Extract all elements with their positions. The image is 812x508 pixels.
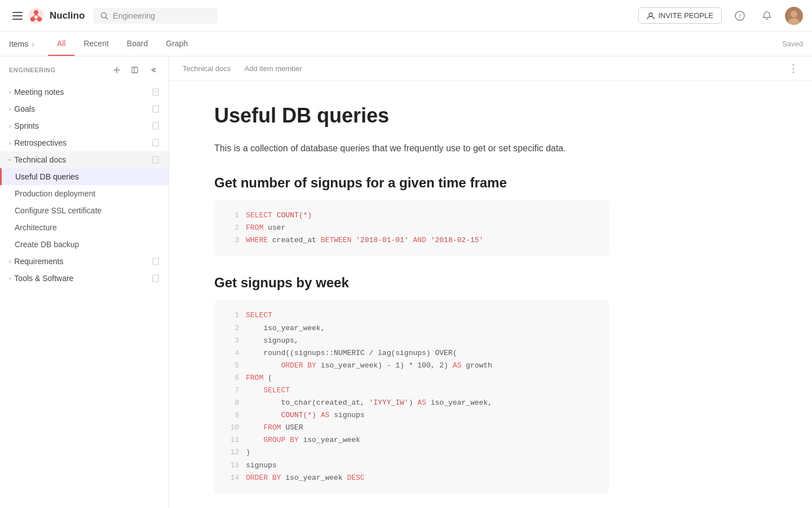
section-title-2: Get signups by week (214, 274, 609, 291)
logo[interactable]: Nuclino (27, 7, 85, 25)
svg-point-13 (791, 11, 797, 17)
sidebar: ENGINEERING (0, 56, 169, 508)
code-line: 4 round((signups::NUMERIC / lag(signups)… (226, 347, 598, 360)
child-item-label: Configure SSL certificate (15, 206, 102, 215)
sidebar-item-requirements[interactable]: › Requirements (0, 253, 169, 270)
sidebar-item-label: Retrospectives (14, 138, 152, 147)
content-area: Technical docs Add item member ⋮ Useful … (169, 56, 812, 508)
code-line: 3 WHERE created_at BETWEEN '2018-01-01' … (226, 234, 598, 247)
tab-all[interactable]: All (48, 32, 75, 56)
sidebar-item-sprints[interactable]: › Sprints (0, 117, 169, 134)
svg-line-8 (106, 17, 108, 19)
breadcrumb-items-link[interactable]: Items (9, 40, 28, 49)
code-line: 7 SELECT (226, 384, 598, 397)
menu-icon[interactable] (9, 7, 27, 25)
svg-rect-25 (153, 156, 158, 163)
expand-sidebar-button[interactable] (128, 63, 142, 77)
workspace-label: ENGINEERING (9, 67, 56, 73)
svg-point-9 (649, 13, 652, 16)
code-line: 6 FROM ( (226, 372, 598, 384)
content-header: Technical docs Add item member ⋮ (169, 56, 812, 81)
code-line: 5 ORDER BY iso_year_week) - 1) * 100, 2)… (226, 360, 598, 372)
saved-status: Saved (782, 40, 803, 48)
nav-right: INVITE PEOPLE ? (638, 7, 803, 25)
invite-label: INVITE PEOPLE (658, 11, 713, 20)
sidebar-children-technical-docs: Useful DB queries Production deployment … (0, 168, 169, 253)
svg-text:?: ? (739, 12, 742, 19)
chevron-right-icon: › (9, 123, 11, 129)
svg-rect-23 (153, 122, 158, 129)
doc-icon (152, 139, 160, 147)
child-item-label: Architecture (15, 223, 57, 232)
help-icon[interactable]: ? (731, 7, 749, 25)
sidebar-header: ENGINEERING (0, 56, 169, 84)
sidebar-item-label: Sprints (14, 121, 152, 130)
code-line: 3 signups, (226, 335, 598, 347)
code-line: 1 SELECT (226, 309, 598, 322)
code-line: 14 ORDER BY iso_year_week DESC (226, 472, 598, 484)
svg-rect-27 (153, 275, 158, 282)
person-icon (647, 12, 655, 20)
sidebar-item-label: Technical docs (14, 155, 152, 164)
sidebar-item-retrospectives[interactable]: › Retrospectives (0, 134, 169, 151)
code-line: 9 COUNT(*) AS signups (226, 409, 598, 422)
more-options-button[interactable]: ⋮ (788, 63, 798, 73)
sidebar-child-useful-db-queries[interactable]: Useful DB queries (0, 168, 169, 185)
invite-button[interactable]: INVITE PEOPLE (638, 7, 722, 24)
chevron-right-icon: › (9, 106, 11, 112)
content-breadcrumb[interactable]: Technical docs (183, 64, 231, 73)
svg-rect-26 (153, 258, 158, 265)
sidebar-item-label: Requirements (14, 257, 152, 266)
sidebar-item-meeting-notes[interactable]: › Meeting notes (0, 84, 169, 100)
svg-rect-17 (132, 67, 138, 73)
sidebar-child-create-db-backup[interactable]: Create DB backup (0, 236, 169, 253)
code-line: 12 ) (226, 446, 598, 459)
doc-icon (152, 257, 160, 265)
breadcrumb-separator: › (32, 40, 34, 49)
code-line: 2 iso_year_week, (226, 322, 598, 335)
child-item-label: Create DB backup (15, 240, 79, 249)
svg-rect-24 (153, 139, 158, 146)
chevron-right-icon: › (9, 259, 11, 265)
sidebar-item-tools-software[interactable]: › Tools & Software (0, 270, 169, 287)
top-nav: Nuclino Engineering INVITE PEOPLE ? (0, 0, 812, 32)
main-layout: ENGINEERING (0, 56, 812, 508)
sidebar-item-technical-docs[interactable]: › Technical docs (0, 151, 169, 168)
add-member-button[interactable]: Add item member (244, 64, 302, 73)
tab-recent[interactable]: Recent (74, 32, 117, 56)
doc-icon (152, 105, 160, 113)
section-title-1: Get number of signups for a given time f… (214, 174, 609, 191)
tab-graph[interactable]: Graph (157, 32, 197, 56)
sidebar-child-production-deployment[interactable]: Production deployment (0, 185, 169, 202)
sidebar-item-goals[interactable]: › Goals (0, 100, 169, 117)
sidebar-item-label: Tools & Software (14, 274, 152, 283)
content-body: Useful DB queries This is a collection o… (169, 81, 654, 508)
sub-nav: Items › All Recent Board Graph Saved (0, 32, 812, 56)
avatar[interactable] (785, 7, 803, 25)
search-text: Engineering (113, 11, 155, 20)
collapse-sidebar-button[interactable] (146, 63, 160, 77)
sidebar-actions (110, 63, 160, 77)
sidebar-item-label: Goals (14, 104, 152, 113)
tab-board[interactable]: Board (118, 32, 157, 56)
search-bar[interactable]: Engineering (94, 8, 218, 24)
code-line: 10 FROM USER (226, 422, 598, 434)
doc-icon (152, 274, 160, 282)
sidebar-child-architecture[interactable]: Architecture (0, 219, 169, 236)
chevron-right-icon: › (9, 89, 11, 95)
nuclino-logo-icon (27, 7, 45, 25)
svg-point-1 (34, 10, 38, 15)
code-line: 8 to_char(created_at, 'IYYY_IW') AS iso_… (226, 397, 598, 409)
doc-icon (152, 156, 160, 164)
sidebar-child-configure-ssl[interactable]: Configure SSL certificate (0, 202, 169, 219)
chevron-down-icon: › (7, 159, 13, 160)
doc-icon (152, 88, 160, 96)
notifications-icon[interactable] (758, 7, 776, 25)
add-item-button[interactable] (110, 63, 123, 77)
doc-intro: This is a collection of database queries… (214, 141, 609, 156)
child-item-label: Production deployment (15, 189, 95, 198)
code-line: 11 GROUP BY iso_year_week (226, 434, 598, 446)
search-icon (100, 12, 108, 20)
chevron-right-icon: › (9, 275, 11, 282)
page-title: Useful DB queries (214, 103, 609, 128)
